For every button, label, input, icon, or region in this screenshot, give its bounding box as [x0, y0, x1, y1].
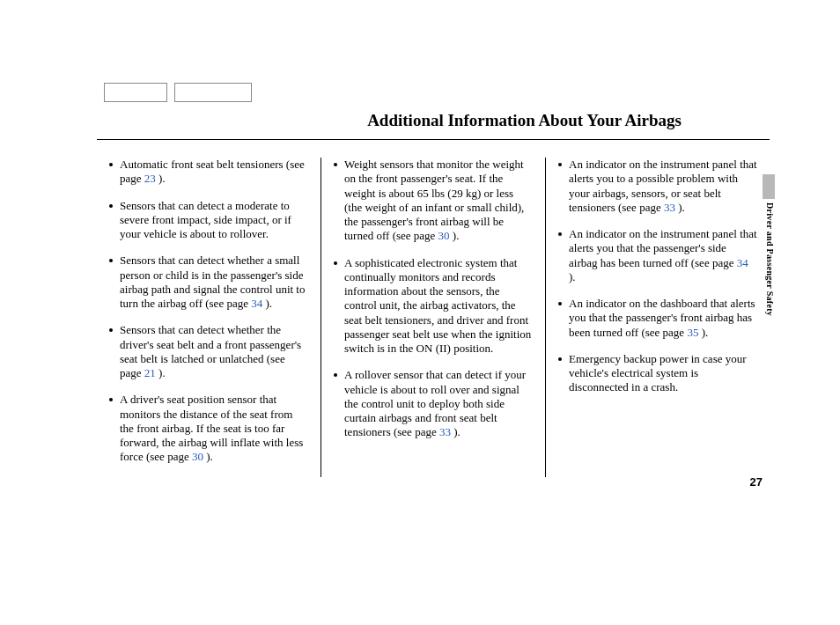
item-text: Weight sensors that monitor the weight o…	[344, 158, 524, 242]
page-ref-link[interactable]: 23	[144, 172, 158, 185]
item-text: An indicator on the dashboard that alert…	[569, 297, 755, 339]
page-ref-link[interactable]: 33	[439, 425, 453, 438]
page-number: 27	[750, 475, 763, 489]
item-text: A sophisticated electronic system that c…	[344, 256, 531, 356]
column-3: An indicator on the instrument panel tha…	[546, 158, 770, 477]
item-text-tail: ).	[678, 201, 685, 214]
list-item: A driver's seat position sensor that mon…	[109, 393, 308, 464]
nav-button-1[interactable]	[104, 83, 167, 102]
page-ref-link[interactable]: 34	[737, 256, 748, 269]
list-item: A rollover sensor that can detect if you…	[334, 368, 533, 439]
section-label: Driver and Passenger Safety	[765, 202, 775, 316]
list-item: Sensors that can detect whether a small …	[109, 254, 308, 311]
list-item: Emergency backup power in case your vehi…	[558, 352, 757, 395]
list-item: Weight sensors that monitor the weight o…	[334, 158, 533, 244]
item-text-tail: ).	[702, 326, 709, 339]
item-text: An indicator on the instrument panel tha…	[569, 227, 757, 269]
item-text: Emergency backup power in case your vehi…	[569, 352, 747, 394]
item-text: A rollover sensor that can detect if you…	[344, 368, 526, 438]
list-item: An indicator on the instrument panel tha…	[558, 227, 757, 284]
item-text: An indicator on the instrument panel tha…	[569, 158, 757, 214]
item-text: Sensors that can detect a moderate to se…	[120, 199, 291, 241]
heading-rule	[97, 139, 770, 140]
page-ref-link[interactable]: 21	[144, 366, 158, 379]
column-1: Automatic front seat belt tensioners (se…	[97, 158, 321, 477]
list-item: Sensors that can detect whether the driv…	[109, 323, 308, 380]
list-item: Automatic front seat belt tensioners (se…	[109, 158, 308, 187]
item-text-tail: ).	[158, 366, 166, 379]
item-text-tail: ).	[569, 270, 576, 283]
item-text-tail: ).	[206, 450, 213, 463]
item-text-tail: ).	[265, 297, 272, 310]
page-ref-link[interactable]: 30	[438, 229, 453, 242]
page-ref-link[interactable]: 34	[251, 297, 265, 310]
list-item: An indicator on the dashboard that alert…	[558, 297, 757, 340]
list-item: Sensors that can detect a moderate to se…	[109, 199, 308, 242]
item-text-tail: ).	[453, 229, 460, 242]
list-item: An indicator on the instrument panel tha…	[558, 158, 757, 215]
item-text-tail: ).	[158, 172, 166, 185]
nav-buttons-row	[104, 83, 252, 102]
item-text-tail: ).	[453, 425, 461, 438]
nav-button-2[interactable]	[174, 83, 252, 102]
content-columns: Automatic front seat belt tensioners (se…	[97, 158, 770, 477]
item-text: Sensors that can detect whether a small …	[120, 254, 305, 310]
page-ref-link[interactable]: 33	[664, 201, 678, 214]
page-ref-link[interactable]: 30	[192, 450, 206, 463]
list-item: A sophisticated electronic system that c…	[334, 256, 533, 357]
column-2: Weight sensors that monitor the weight o…	[321, 158, 546, 477]
section-tab-indicator	[763, 174, 775, 199]
page-ref-link[interactable]: 35	[687, 326, 701, 339]
